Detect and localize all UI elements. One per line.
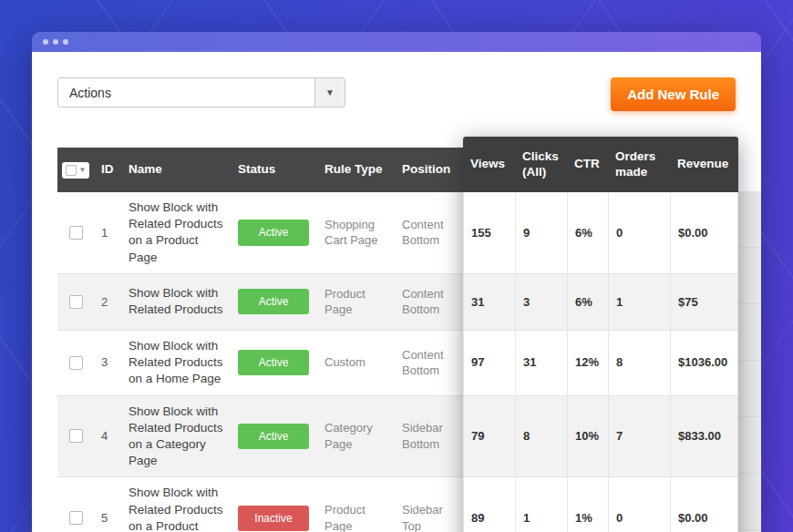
- row-checkbox[interactable]: [69, 226, 83, 240]
- row-checkbox[interactable]: [69, 295, 83, 309]
- cell-id: 1: [94, 192, 121, 273]
- select-all-checkbox[interactable]: ▼: [62, 162, 90, 179]
- app-window: Actions ▼ Add New Rule ▼ ID Name: [32, 32, 761, 532]
- status-badge[interactable]: Active: [238, 220, 309, 245]
- row-checkbox-cell: [57, 192, 94, 273]
- row-checkbox[interactable]: [69, 429, 83, 443]
- cell-name: Show Block with Related Products on a Ho…: [121, 331, 231, 395]
- table-row: 4 Show Block with Related Products on a …: [57, 396, 738, 478]
- select-all-cell: ▼: [57, 148, 94, 192]
- header-name: Name: [121, 148, 231, 192]
- cell-views: 155: [463, 192, 515, 273]
- cell-ctr: 6%: [567, 192, 608, 273]
- status-badge[interactable]: Active: [238, 289, 309, 314]
- cell-orders: 1: [608, 274, 670, 330]
- header-clicks: Clicks (All): [515, 137, 567, 192]
- window-body: Actions ▼ Add New Rule ▼ ID Name: [32, 52, 761, 532]
- cell-views: 31: [463, 274, 515, 330]
- cell-rule-type: Product Page: [317, 477, 395, 532]
- cell-revenue: $0.00: [670, 192, 738, 273]
- table-body: 1 Show Block with Related Products on a …: [57, 192, 738, 532]
- cell-ctr: 10%: [567, 396, 608, 477]
- cell-id: 2: [94, 274, 121, 330]
- cell-revenue: $833.00: [670, 396, 738, 477]
- cell-status: Active: [231, 192, 317, 273]
- cell-id: 4: [94, 396, 121, 477]
- actions-dropdown-label: Actions: [58, 86, 111, 100]
- cell-orders: 0: [608, 192, 670, 273]
- chevron-down-icon[interactable]: ▼: [314, 78, 345, 107]
- toolbar: Actions ▼ Add New Rule: [32, 52, 761, 111]
- page-background: Actions ▼ Add New Rule ▼ ID Name: [0, 0, 793, 532]
- status-badge[interactable]: Active: [238, 350, 309, 375]
- cell-ctr: 12%: [567, 331, 608, 395]
- cell-position: Sidebar Bottom: [395, 396, 463, 477]
- header-ctr: CTR: [567, 137, 608, 192]
- cell-status: Active: [231, 274, 317, 330]
- cell-position: Content Bottom: [395, 274, 463, 330]
- cell-views: 79: [463, 396, 515, 477]
- row-checkbox-cell: [57, 331, 94, 395]
- cell-rule-type: Shopping Cart Page: [317, 192, 395, 273]
- cell-status: Inactive: [231, 477, 317, 532]
- table-overflow-strip: [738, 191, 761, 532]
- cell-revenue: $1036.00: [670, 331, 738, 395]
- table-header-row: ▼ ID Name Status Rule Type Position View…: [57, 148, 738, 192]
- cell-orders: 8: [608, 331, 670, 395]
- table-row: 5 Show Block with Related Products on a …: [57, 477, 738, 532]
- cell-name: Show Block with Related Products on a Pr…: [121, 192, 231, 273]
- cell-rule-type: Custom: [317, 331, 395, 395]
- actions-dropdown[interactable]: Actions ▼: [57, 77, 345, 107]
- cell-id: 5: [94, 477, 121, 532]
- cell-name: Show Block with Related Products on a Pr…: [121, 477, 231, 532]
- status-badge[interactable]: Inactive: [238, 506, 309, 531]
- header-views: Views: [463, 137, 515, 192]
- rules-table: ▼ ID Name Status Rule Type Position View…: [57, 148, 738, 532]
- cell-rule-type: Category Page: [317, 396, 395, 477]
- cell-position: Content Bottom: [395, 331, 463, 395]
- cell-revenue: $75: [670, 274, 738, 330]
- row-checkbox[interactable]: [69, 356, 83, 370]
- cell-position: Sidebar Top: [395, 477, 463, 532]
- cell-revenue: $0.00: [670, 477, 738, 532]
- row-checkbox-cell: [57, 274, 94, 330]
- table-row: 1 Show Block with Related Products on a …: [57, 192, 738, 274]
- cell-orders: 7: [608, 396, 670, 477]
- cell-rule-type: Product Page: [317, 274, 395, 330]
- status-badge[interactable]: Active: [238, 424, 309, 449]
- cell-position: Content Bottom: [395, 192, 463, 273]
- cell-ctr: 6%: [567, 274, 608, 330]
- window-control-dot: [43, 39, 48, 45]
- cell-orders: 0: [608, 477, 670, 532]
- header-id: ID: [94, 148, 121, 192]
- cell-status: Active: [231, 396, 317, 477]
- add-new-rule-button[interactable]: Add New Rule: [611, 77, 736, 111]
- table-row: 3 Show Block with Related Products on a …: [57, 331, 738, 396]
- table-row: 2 Show Block with Related Products Activ…: [57, 274, 738, 331]
- row-checkbox-cell: [57, 477, 94, 532]
- checkbox-icon[interactable]: [66, 165, 77, 176]
- cell-name: Show Block with Related Products: [121, 274, 231, 330]
- cell-views: 89: [463, 477, 515, 532]
- window-control-dot: [63, 39, 68, 45]
- cell-clicks: 9: [515, 192, 567, 273]
- cell-clicks: 8: [515, 396, 567, 477]
- cell-name: Show Block with Related Products on a Ca…: [121, 396, 231, 477]
- cell-status: Active: [231, 331, 317, 395]
- cell-id: 3: [94, 331, 121, 395]
- cell-views: 97: [463, 331, 515, 395]
- header-orders: Orders made: [608, 137, 670, 192]
- cell-clicks: 31: [515, 331, 567, 395]
- header-position: Position: [395, 148, 463, 192]
- cell-ctr: 1%: [567, 477, 608, 532]
- header-revenue: Revenue: [670, 137, 738, 192]
- header-rule-type: Rule Type: [317, 148, 395, 192]
- window-titlebar: [32, 32, 761, 52]
- row-checkbox-cell: [57, 396, 94, 477]
- header-status: Status: [231, 148, 317, 192]
- window-control-dot: [53, 39, 58, 45]
- cell-clicks: 3: [515, 274, 567, 330]
- cell-clicks: 1: [515, 477, 567, 532]
- row-checkbox[interactable]: [69, 511, 83, 525]
- chevron-down-icon[interactable]: ▼: [79, 166, 87, 175]
